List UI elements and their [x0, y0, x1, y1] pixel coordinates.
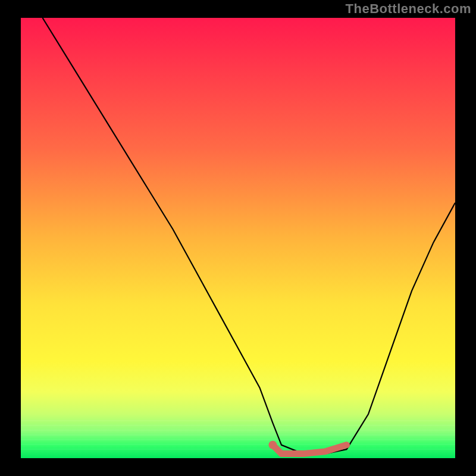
- highlight-start-dot: [268, 441, 277, 449]
- chart-container: TheBottleneck.com: [0, 0, 476, 476]
- watermark-text: TheBottleneck.com: [346, 1, 471, 17]
- chart-svg: [21, 18, 455, 458]
- plot-area: [21, 18, 455, 458]
- bottleneck-curve-path: [43, 18, 456, 454]
